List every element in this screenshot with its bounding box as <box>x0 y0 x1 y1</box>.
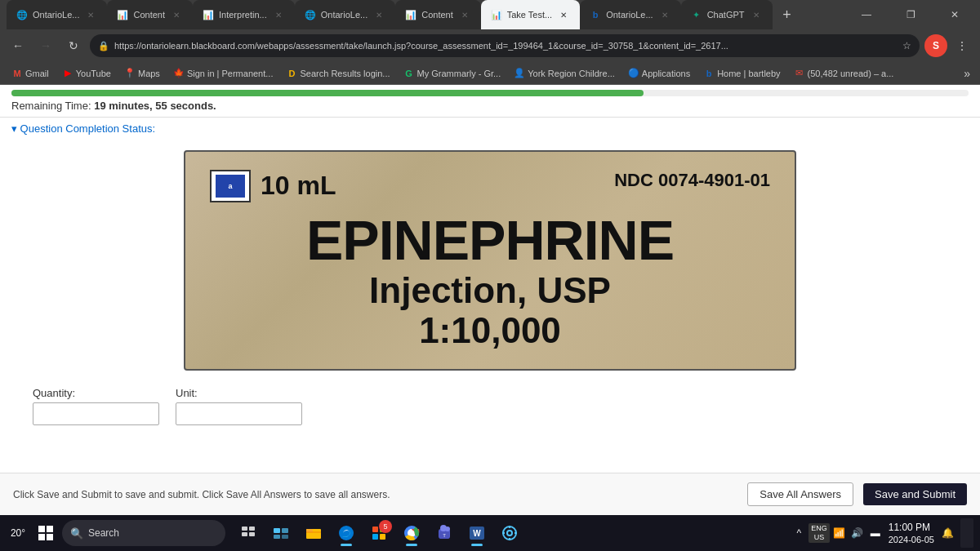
forward-button[interactable]: → <box>34 34 57 57</box>
minimize-button[interactable]: — <box>848 0 885 29</box>
tab-close-6[interactable]: ✕ <box>557 8 570 21</box>
taskbar-settings[interactable] <box>495 518 524 548</box>
taskbar-search-text: Search <box>88 527 119 539</box>
tab-favicon-6: 📊 <box>491 9 502 20</box>
start-button[interactable] <box>33 520 59 546</box>
tab-label-2: Content <box>133 10 165 20</box>
question-area: a 10 mL NDC 0074-4901-01 EPINEPHRINE Inj… <box>0 142 980 473</box>
save-all-answers-button[interactable]: Save All Answers <box>747 482 853 506</box>
tab-favicon-8: ✦ <box>691 9 702 20</box>
tab-close-2[interactable]: ✕ <box>170 8 183 21</box>
tab-favicon-4: 🌐 <box>305 9 316 20</box>
star-icon[interactable]: ☆ <box>902 40 911 51</box>
bottom-action-bar: Click Save and Submit to save and submit… <box>0 473 980 515</box>
page-content: Remaining Time: 19 minutes, 55 seconds. … <box>0 85 980 515</box>
remaining-value: 19 minutes, 55 seconds. <box>94 100 216 112</box>
taskbar-search-box[interactable]: 🔍 Search <box>62 520 225 546</box>
svg-point-10 <box>339 526 354 540</box>
address-box[interactable]: 🔒 https://ontariolearn.blackboard.com/we… <box>90 34 920 57</box>
bookmark-search[interactable]: D Search Results login... <box>281 66 394 81</box>
tab-close-7[interactable]: ✕ <box>658 8 671 21</box>
bookmark-bartleby-label: Home | bartleby <box>717 69 780 78</box>
grammarly-icon: G <box>403 68 415 79</box>
profile-button[interactable]: S <box>924 34 947 57</box>
bookmarks-bar: M Gmail ▶ YouTube 📍 Maps 🍁 Sign in | Per… <box>0 62 980 85</box>
bookmark-bartleby[interactable]: b Home | bartleby <box>698 66 785 81</box>
refresh-button[interactable]: ↻ <box>62 34 85 57</box>
tab-close-3[interactable]: ✕ <box>272 8 285 21</box>
unit-label: Unit: <box>176 387 302 399</box>
tab-ontariole-2[interactable]: 🌐 OntarioLe... ✕ <box>295 0 395 29</box>
notification-icon[interactable]: 🔔 <box>939 525 956 541</box>
bottom-instruction-text: Click Save and Submit to save and submit… <box>13 489 737 500</box>
tab-content-2[interactable]: 📊 Content ✕ <box>395 0 481 29</box>
svg-point-25 <box>507 531 512 535</box>
address-text: https://ontariolearn.blackboard.com/weba… <box>114 41 898 51</box>
bookmark-maps[interactable]: 📍 Maps <box>119 66 165 81</box>
tab-favicon-5: 📊 <box>405 9 416 20</box>
back-button[interactable]: ← <box>7 34 29 57</box>
bookmark-signin[interactable]: 🍁 Sign in | Permanent... <box>168 66 278 81</box>
taskbar-widgets[interactable] <box>266 518 296 548</box>
drug-concentration: 1:10,000 <box>210 310 770 351</box>
taskbar-chrome[interactable] <box>397 518 426 548</box>
taskbar-store[interactable]: 5 <box>364 518 394 548</box>
tab-taketest[interactable]: 📊 Take Test... ✕ <box>481 0 580 29</box>
window-controls: — ❐ ✕ <box>848 0 973 29</box>
taskbar-word[interactable]: W <box>462 518 492 548</box>
tab-close-1[interactable]: ✕ <box>84 8 97 21</box>
bookmarks-more-button[interactable]: » <box>960 65 973 82</box>
clock-display[interactable]: 11:00 PM 2024-06-05 <box>889 522 934 544</box>
completion-status-link[interactable]: ▾ Question Completion Status: <box>11 122 155 135</box>
wifi-icon[interactable]: 📶 <box>831 525 848 541</box>
bookmark-gmail[interactable]: M Gmail <box>7 66 54 81</box>
tab-ontariole-3[interactable]: b OntarioLe... ✕ <box>580 0 680 29</box>
tab-close-4[interactable]: ✕ <box>372 8 385 21</box>
close-window-button[interactable]: ✕ <box>936 0 973 29</box>
teams-icon: T <box>435 525 453 541</box>
drug-label-top-row: a 10 mL NDC 0074-4901-01 <box>210 170 770 202</box>
bookmark-grammarly[interactable]: G My Grammarly - Gr... <box>399 66 506 81</box>
timer-section: Remaining Time: 19 minutes, 55 seconds. <box>0 85 980 118</box>
drug-brand-inner: a <box>216 175 245 198</box>
bookmark-youtube[interactable]: ▶ YouTube <box>57 66 116 81</box>
widgets-icon <box>273 525 289 541</box>
tab-chatgpt[interactable]: ✦ ChatGPT ✕ <box>681 0 773 29</box>
taskbar-explorer[interactable] <box>299 518 328 548</box>
svg-rect-2 <box>242 532 247 536</box>
svg-rect-13 <box>372 534 378 540</box>
tab-content-1[interactable]: 📊 Content ✕ <box>107 0 193 29</box>
svg-point-26 <box>503 527 516 540</box>
tab-label-3: Interpretin... <box>219 10 267 20</box>
bookmark-mail[interactable]: ✉ (50,482 unread) – a... <box>789 66 899 81</box>
battery-icon[interactable]: ▬ <box>867 525 884 541</box>
svg-rect-14 <box>380 534 385 540</box>
volume-icon[interactable]: 🔊 <box>849 525 866 541</box>
svg-point-20 <box>440 525 447 531</box>
taskbar-teams[interactable]: T <box>430 518 459 548</box>
temperature-display: 20° <box>7 527 29 539</box>
new-tab-button[interactable]: + <box>776 3 799 26</box>
tab-interpreting[interactable]: 📊 Interpretin... ✕ <box>193 0 295 29</box>
chevron-up-icon[interactable]: ^ <box>791 525 807 541</box>
drug-name: EPINEPHRINE <box>210 212 770 268</box>
tab-ontariole-1[interactable]: 🌐 OntarioLe... ✕ <box>7 0 107 29</box>
drug-volume: 10 mL <box>261 171 336 201</box>
bookmark-york[interactable]: 👤 York Region Childre... <box>509 66 620 81</box>
svg-rect-9 <box>306 529 313 532</box>
unit-input[interactable] <box>176 402 302 425</box>
taskbar-taskview[interactable] <box>234 518 263 548</box>
quantity-input[interactable] <box>33 402 159 425</box>
save-and-submit-button[interactable]: Save and Submit <box>863 483 967 505</box>
completion-status: ▾ Question Completion Status: <box>0 118 980 142</box>
quantity-label: Quantity: <box>33 387 159 399</box>
bookmark-applications[interactable]: 🔵 Applications <box>623 66 695 81</box>
taskbar-edge[interactable] <box>332 518 361 548</box>
tab-close-8[interactable]: ✕ <box>750 8 763 21</box>
language-indicator[interactable]: ENGUS <box>808 523 830 543</box>
restore-button[interactable]: ❐ <box>892 0 929 29</box>
tab-close-5[interactable]: ✕ <box>458 8 471 21</box>
bartleby-icon: b <box>703 68 715 79</box>
show-desktop-button[interactable] <box>960 518 973 548</box>
extensions-button[interactable]: ⋮ <box>951 34 973 57</box>
